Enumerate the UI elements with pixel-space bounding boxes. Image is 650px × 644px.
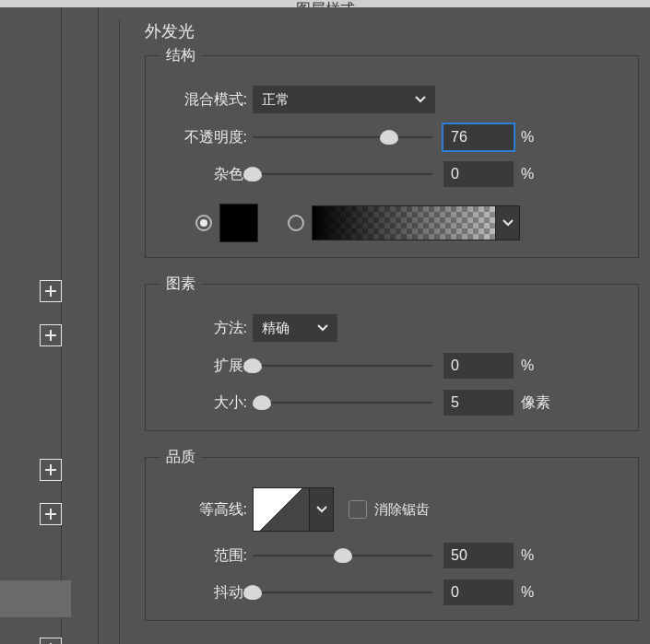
spread-slider[interactable] bbox=[253, 356, 432, 376]
add-effect-button-5[interactable] bbox=[40, 638, 62, 644]
add-effect-button-3[interactable] bbox=[40, 459, 62, 481]
spread-input[interactable] bbox=[443, 353, 514, 379]
range-input[interactable] bbox=[443, 543, 514, 568]
gradient-picker[interactable] bbox=[312, 205, 496, 240]
technique-label: 方法: bbox=[160, 319, 253, 338]
noise-slider[interactable] bbox=[253, 164, 432, 184]
technique-value: 精确 bbox=[262, 320, 290, 337]
contour-label: 等高线: bbox=[160, 500, 253, 520]
group-quality: 品质 等高线: 消除锯齿 范围: bbox=[145, 448, 639, 621]
jitter-unit: % bbox=[521, 584, 534, 601]
size-slider[interactable] bbox=[253, 392, 432, 413]
color-radio[interactable] bbox=[195, 215, 212, 231]
add-effect-button-4[interactable] bbox=[40, 503, 62, 525]
slider-thumb[interactable] bbox=[334, 548, 352, 563]
size-input[interactable] bbox=[443, 390, 514, 416]
opacity-label: 不透明度: bbox=[160, 128, 253, 147]
noise-unit: % bbox=[521, 166, 534, 182]
active-style-row[interactable] bbox=[0, 580, 71, 617]
jitter-label: 抖动: bbox=[160, 583, 253, 603]
technique-select[interactable]: 精确 bbox=[253, 314, 337, 342]
slider-thumb[interactable] bbox=[243, 585, 262, 600]
noise-label: 杂色: bbox=[160, 165, 253, 184]
size-unit: 像素 bbox=[521, 393, 550, 413]
right-panel: 外发光 结构 混合模式: 正常 不透明度: bbox=[99, 7, 650, 644]
opacity-input[interactable] bbox=[443, 124, 514, 150]
group-elements-legend: 图素 bbox=[160, 275, 201, 294]
range-label: 范围: bbox=[160, 546, 253, 566]
contour-dropdown[interactable] bbox=[310, 487, 334, 532]
chevron-down-icon bbox=[415, 96, 426, 103]
slider-thumb[interactable] bbox=[253, 395, 271, 410]
antialias-checkbox[interactable] bbox=[349, 500, 367, 519]
slider-thumb[interactable] bbox=[243, 167, 262, 181]
noise-input[interactable] bbox=[443, 161, 514, 187]
add-effect-button-1[interactable] bbox=[40, 280, 62, 302]
group-structure: 结构 混合模式: 正常 不透明度: % bbox=[145, 46, 639, 258]
range-slider[interactable] bbox=[253, 545, 432, 566]
window-title: 图层样式 bbox=[296, 1, 355, 7]
group-structure-legend: 结构 bbox=[160, 46, 201, 65]
spread-unit: % bbox=[521, 357, 534, 374]
section-header: 外发光 bbox=[145, 20, 650, 42]
gradient-radio[interactable] bbox=[288, 215, 304, 231]
slider-thumb[interactable] bbox=[380, 130, 398, 145]
chevron-down-icon bbox=[317, 324, 328, 332]
gradient-dropdown[interactable] bbox=[496, 205, 520, 240]
title-bar: 图层样式 bbox=[0, 0, 650, 7]
group-elements: 图素 方法: 精确 扩展: % bbox=[145, 275, 639, 431]
spread-label: 扩展: bbox=[160, 357, 253, 376]
jitter-slider[interactable] bbox=[253, 582, 432, 603]
size-label: 大小: bbox=[160, 393, 253, 413]
blend-mode-select[interactable]: 正常 bbox=[253, 86, 435, 113]
jitter-input[interactable] bbox=[443, 580, 514, 605]
contour-picker[interactable] bbox=[253, 487, 310, 532]
add-effect-button-2[interactable] bbox=[40, 324, 62, 346]
blend-mode-value: 正常 bbox=[262, 91, 290, 109]
slider-thumb[interactable] bbox=[243, 358, 262, 373]
antialias-label: 消除锯齿 bbox=[374, 501, 430, 519]
color-swatch[interactable] bbox=[219, 204, 258, 242]
left-panel bbox=[0, 7, 99, 644]
main: 外发光 结构 混合模式: 正常 不透明度: bbox=[0, 7, 650, 644]
opacity-slider[interactable] bbox=[253, 127, 432, 147]
blend-mode-label: 混合模式: bbox=[160, 90, 253, 110]
opacity-unit: % bbox=[521, 129, 534, 146]
range-unit: % bbox=[521, 547, 534, 564]
group-quality-legend: 品质 bbox=[160, 448, 201, 467]
